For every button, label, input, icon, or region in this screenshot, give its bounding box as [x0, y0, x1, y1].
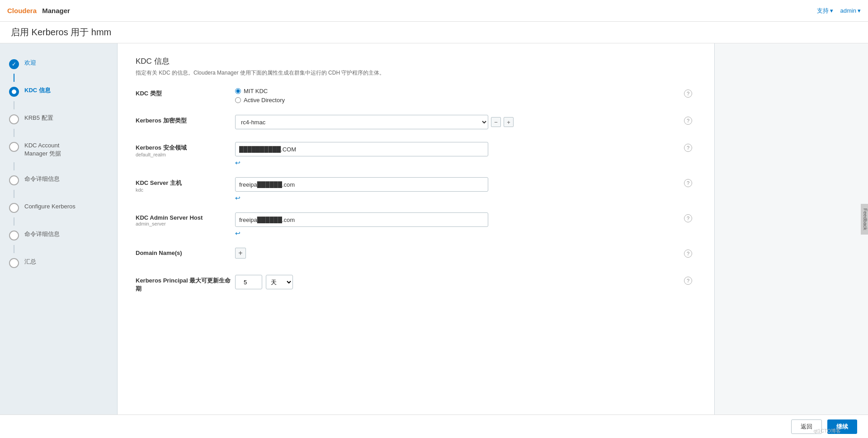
connector-5: [14, 190, 14, 198]
radio-group-kdc-type: MIT KDC Active Directory: [235, 88, 680, 104]
step-label-cmd1: 命令详细信息: [24, 175, 60, 183]
wizard-sidebar: ✓ 欢迎 KDC 信息 KRB5 配置 KDC AccountManager 凭…: [0, 43, 118, 438]
step-label-kdc-account: KDC AccountManager 凭据: [24, 141, 61, 158]
header-nav: 支持 ▾ admin ▾: [817, 7, 861, 15]
label-principal-lifetime: Kerberos Principal 最大可更新生命期: [136, 277, 235, 293]
lifetime-control: 天 小时 分钟: [235, 275, 680, 289]
encryption-type-select[interactable]: rc4-hmac aes256-cts aes128-cts des3-cbc-…: [235, 115, 488, 129]
label-kdc-type: KDC 类型: [136, 89, 235, 98]
step-icon-welcome: ✓: [9, 59, 19, 69]
connector-3: [14, 129, 14, 137]
step-icon-kdc-account: [9, 142, 19, 152]
section-title: KDC 信息: [136, 56, 696, 66]
lifetime-value-input[interactable]: [235, 275, 262, 289]
radio-mit-kdc[interactable]: MIT KDC: [235, 88, 680, 94]
sublabel-realm: default_realm: [136, 152, 235, 157]
help-icon-kdc-host[interactable]: ?: [684, 179, 692, 187]
step-icon-cmd2: [9, 231, 19, 240]
radio-input-ad[interactable]: [235, 97, 241, 103]
admin-server-reset-btn[interactable]: ↩: [235, 230, 680, 237]
help-icon-principal-lifetime[interactable]: ?: [684, 277, 692, 285]
step-icon-kdc-info: [9, 87, 19, 97]
step-label-kdc-info: KDC 信息: [24, 86, 51, 94]
kdc-host-input[interactable]: [235, 177, 488, 192]
connector-6: [14, 217, 14, 226]
help-icon-realm[interactable]: ?: [684, 144, 692, 152]
field-domain-names: Domain Name(s) + ?: [136, 248, 696, 264]
step-icon-configure: [9, 203, 19, 213]
logo-cloudera: Cloudera: [7, 7, 37, 14]
help-icon-kdc-type[interactable]: ?: [684, 89, 692, 98]
nav-support[interactable]: 支持 ▾: [817, 7, 833, 15]
help-icon-domain-names[interactable]: ?: [684, 250, 692, 258]
wizard-step-kdc-account[interactable]: KDC AccountManager 凭据: [0, 137, 117, 162]
connector-4: [14, 162, 14, 170]
encryption-minus-btn[interactable]: −: [491, 117, 501, 127]
section-desc: 指定有关 KDC 的信息。Cloudera Manager 使用下面的属性生成在…: [136, 69, 696, 77]
radio-input-mit[interactable]: [235, 88, 241, 94]
sublabel-kdc-host: kdc: [136, 187, 235, 193]
wizard-step-configure[interactable]: Configure Kerberos: [0, 198, 117, 217]
logo-manager: Manager: [42, 7, 70, 14]
label-admin-server: KDC Admin Server Host: [136, 214, 235, 221]
radio-active-directory[interactable]: Active Directory: [235, 97, 680, 104]
wizard-step-cmd1[interactable]: 命令详细信息: [0, 170, 117, 190]
step-label-configure: Configure Kerberos: [24, 203, 75, 211]
step-label-summary: 汇总: [24, 258, 36, 266]
logo: Cloudera Manager: [7, 7, 70, 14]
watermark: qt1CTO博客: [814, 428, 841, 434]
field-encryption-type: Kerberos 加密类型 rc4-hmac aes256-cts aes128…: [136, 115, 696, 131]
help-icon-admin-server[interactable]: ?: [684, 214, 692, 222]
label-kdc-host: KDC Server 主机: [136, 179, 235, 187]
wizard-step-kdc-info[interactable]: KDC 信息: [0, 82, 117, 101]
wizard-step-welcome[interactable]: ✓ 欢迎: [0, 54, 117, 74]
connector-7: [14, 245, 14, 253]
footer: 返回 继续: [0, 414, 868, 438]
label-encryption-type: Kerberos 加密类型: [136, 117, 235, 125]
help-icon-encryption[interactable]: ?: [684, 117, 692, 125]
radio-label-ad: Active Directory: [244, 97, 285, 104]
field-kdc-host: KDC Server 主机 kdc ↩ ?: [136, 177, 696, 202]
connector-1: [14, 74, 14, 82]
field-admin-server: KDC Admin Server Host admin_server ↩ ?: [136, 212, 696, 237]
step-label-krb5: KRB5 配置: [24, 114, 53, 122]
field-principal-lifetime: Kerberos Principal 最大可更新生命期 天 小时 分钟 ?: [136, 275, 696, 293]
sublabel-admin-server: admin_server: [136, 221, 235, 226]
step-icon-krb5: [9, 114, 19, 124]
content-area: KDC 信息 指定有关 KDC 的信息。Cloudera Manager 使用下…: [118, 43, 714, 438]
right-sidebar: [714, 43, 868, 438]
encryption-plus-btn[interactable]: +: [504, 117, 514, 127]
encryption-type-control: rc4-hmac aes256-cts aes128-cts des3-cbc-…: [235, 115, 680, 129]
nav-admin[interactable]: admin ▾: [840, 7, 861, 14]
step-label-welcome: 欢迎: [24, 59, 36, 67]
label-domain-names: Domain Name(s): [136, 250, 235, 256]
label-realm: Kerberos 安全领域: [136, 144, 235, 152]
realm-reset-btn[interactable]: ↩: [235, 159, 680, 166]
domain-names-add-btn[interactable]: +: [235, 248, 246, 259]
step-icon-summary: [9, 258, 19, 268]
field-kdc-type: KDC 类型 MIT KDC Active Directory ?: [136, 88, 696, 104]
connector-2: [14, 101, 14, 109]
lifetime-unit-select[interactable]: 天 小时 分钟: [266, 275, 293, 289]
step-icon-cmd1: [9, 175, 19, 185]
radio-label-mit: MIT KDC: [244, 88, 268, 94]
wizard-step-krb5[interactable]: KRB5 配置: [0, 109, 117, 129]
header: Cloudera Manager 支持 ▾ admin ▾: [0, 0, 868, 22]
wizard-step-cmd2[interactable]: 命令详细信息: [0, 226, 117, 245]
kdc-host-reset-btn[interactable]: ↩: [235, 194, 680, 202]
admin-server-input[interactable]: [235, 212, 488, 227]
feedback-tab[interactable]: Feedback: [861, 203, 868, 234]
field-realm: Kerberos 安全领域 default_realm ↩ ?: [136, 142, 696, 166]
realm-input[interactable]: [235, 142, 488, 156]
main-container: ✓ 欢迎 KDC 信息 KRB5 配置 KDC AccountManager 凭…: [0, 43, 868, 438]
step-label-cmd2: 命令详细信息: [24, 230, 60, 238]
page-title: 启用 Kerberos 用于 hmm: [0, 22, 868, 43]
wizard-step-summary[interactable]: 汇总: [0, 253, 117, 273]
